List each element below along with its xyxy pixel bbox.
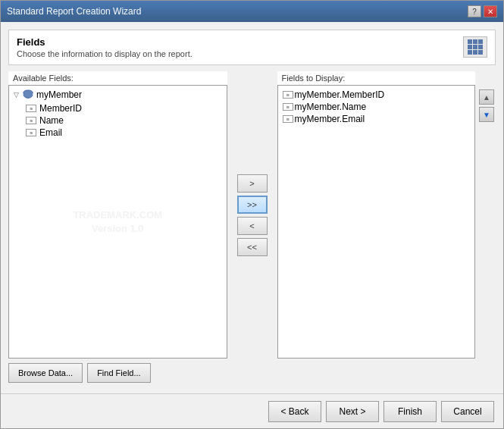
display-field-email[interactable]: ≡ myMember.Email xyxy=(281,113,472,125)
display-fields-list: ≡ myMember.MemberID ≡ myMember.Name ≡ my… xyxy=(277,85,476,359)
display-field-name[interactable]: ≡ myMember.Name xyxy=(281,101,472,113)
display-fields-panel: Fields to Display: ≡ myMember.MemberID ≡… xyxy=(277,71,476,359)
header-section: Fields Choose the information to display… xyxy=(8,30,496,65)
field-item-email[interactable]: ≡ Email xyxy=(24,127,224,139)
help-button[interactable]: ? xyxy=(468,5,481,17)
content-area: Fields Choose the information to display… xyxy=(1,22,503,393)
sort-up-button[interactable]: ▲ xyxy=(479,89,494,105)
title-bar-buttons: ? ✕ xyxy=(468,5,497,17)
field-label-email: Email xyxy=(39,127,62,138)
remove-all-button[interactable]: << xyxy=(237,238,268,256)
field-item-name[interactable]: ≡ Name xyxy=(24,114,224,127)
tree-children: ≡ MemberID ≡ Name ≡ Email xyxy=(24,102,224,139)
window-title: Standard Report Creation Wizard xyxy=(7,6,141,17)
find-field-button[interactable]: Find Field... xyxy=(87,363,150,383)
transfer-buttons: > >> < << xyxy=(233,71,271,359)
collapse-icon: ▽ xyxy=(14,91,21,99)
wizard-window: Standard Report Creation Wizard ? ✕ Fiel… xyxy=(0,0,504,429)
bottom-buttons-panel: Browse Data... Find Field... xyxy=(8,363,496,386)
section-title: Fields xyxy=(17,36,193,48)
field-label-memberid: MemberID xyxy=(39,103,82,114)
section-description: Choose the information to display on the… xyxy=(17,49,193,58)
title-bar: Standard Report Creation Wizard ? ✕ xyxy=(1,1,503,22)
watermark-line2: Version 1.0 xyxy=(73,222,162,236)
field-icon-display-name: ≡ xyxy=(283,103,293,111)
fields-section: Available Fields: TRADEMARK.COM Version … xyxy=(8,71,496,359)
remove-one-button[interactable]: < xyxy=(237,217,268,235)
field-item-memberid[interactable]: ≡ MemberID xyxy=(24,102,224,114)
display-fields-content: ≡ myMember.MemberID ≡ myMember.Name ≡ my… xyxy=(278,86,475,358)
available-fields-label: Available Fields: xyxy=(8,71,227,85)
field-icon-name: ≡ xyxy=(26,117,36,124)
back-button[interactable]: < Back xyxy=(268,401,321,422)
watermark: TRADEMARK.COM Version 1.0 xyxy=(73,208,162,235)
display-field-label-email: myMember.Email xyxy=(295,114,365,124)
close-button[interactable]: ✕ xyxy=(484,5,497,17)
database-icon xyxy=(23,89,33,100)
field-icon-memberid: ≡ xyxy=(26,105,36,112)
finish-button[interactable]: Finish xyxy=(383,401,437,422)
footer: < Back Next > Finish Cancel xyxy=(1,393,503,428)
grid-icon xyxy=(468,39,483,55)
cancel-button[interactable]: Cancel xyxy=(441,401,494,422)
display-fields-area: Fields to Display: ≡ myMember.MemberID ≡… xyxy=(277,71,496,359)
root-node-label: myMember xyxy=(36,89,82,100)
available-fields-tree: TRADEMARK.COM Version 1.0 ▽ xyxy=(8,85,227,359)
field-icon-display-email: ≡ xyxy=(283,115,293,123)
available-fields-panel: Available Fields: TRADEMARK.COM Version … xyxy=(8,71,227,359)
display-field-memberid[interactable]: ≡ myMember.MemberID xyxy=(281,89,472,101)
field-icon-email: ≡ xyxy=(26,129,36,136)
browse-data-button[interactable]: Browse Data... xyxy=(8,363,83,383)
field-label-name: Name xyxy=(39,115,64,126)
next-button[interactable]: Next > xyxy=(326,401,379,422)
add-one-button[interactable]: > xyxy=(237,174,268,193)
tree-root-item[interactable]: ▽ myMember xyxy=(12,89,224,101)
watermark-line1: TRADEMARK.COM xyxy=(73,208,162,221)
display-field-label-name: myMember.Name xyxy=(295,102,367,112)
field-icon-display-memberid: ≡ xyxy=(283,91,293,99)
display-field-label-memberid: myMember.MemberID xyxy=(295,89,385,100)
report-icon xyxy=(463,36,487,58)
header-text: Fields Choose the information to display… xyxy=(17,36,193,58)
sort-down-button[interactable]: ▼ xyxy=(479,107,494,122)
sort-arrows: ▲ ▼ xyxy=(477,71,496,359)
available-fields-content: TRADEMARK.COM Version 1.0 ▽ xyxy=(9,86,227,358)
add-all-button[interactable]: >> xyxy=(237,196,268,214)
display-fields-label: Fields to Display: xyxy=(277,71,476,85)
fields-area: Available Fields: TRADEMARK.COM Version … xyxy=(8,71,496,386)
